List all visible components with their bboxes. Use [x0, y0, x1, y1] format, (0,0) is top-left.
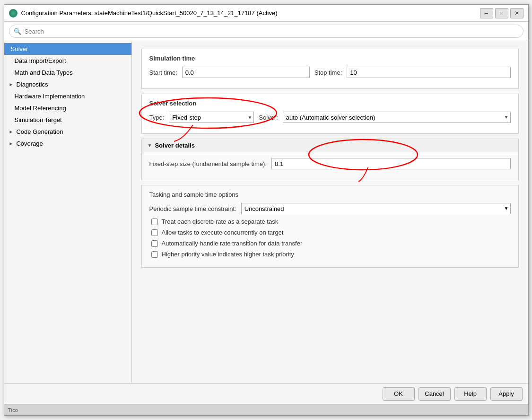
higher-priority-checkbox[interactable]	[151, 251, 158, 258]
sidebar-item-label: Coverage	[16, 140, 43, 147]
search-input[interactable]	[9, 25, 523, 38]
window-controls: – □ ✕	[480, 8, 523, 18]
help-button[interactable]: Help	[454, 387, 487, 401]
solver-select-wrapper: auto (Automatic solver selection) ode1 (…	[283, 112, 511, 123]
sidebar-item-data-import-export[interactable]: Data Import/Export	[4, 55, 131, 67]
type-label: Type:	[149, 114, 165, 121]
periodic-select-wrapper: Unconstrained Specified Ensure sample ti…	[241, 203, 511, 214]
chevron-right-icon: ►	[9, 129, 14, 134]
simulation-time-section: Simulation time Start time: Stop time:	[141, 49, 519, 89]
auto-rate-label: Automatically handle rate transition for…	[162, 240, 303, 247]
window-title: Configuration Parameters: stateMachineTe…	[21, 9, 278, 17]
sidebar-item-label: Data Import/Export	[15, 57, 66, 64]
sidebar-item-label: Diagnostics	[16, 81, 48, 88]
solver-selection-title: Solver selection	[149, 100, 511, 107]
simulation-time-title: Simulation time	[149, 55, 511, 62]
discrete-rate-checkbox[interactable]	[151, 219, 158, 225]
search-bar: 🔍	[4, 22, 528, 41]
checkbox-row-3: Automatically handle rate transition for…	[149, 240, 511, 247]
sidebar-item-diagnostics[interactable]: ► Diagnostics	[4, 79, 131, 90]
solver-select[interactable]: auto (Automatic solver selection) ode1 (…	[283, 112, 511, 123]
discrete-rate-label: Treat each discrete rate as a separate t…	[162, 218, 279, 225]
close-button[interactable]: ✕	[510, 8, 523, 18]
collapse-icon[interactable]: ▼	[148, 143, 152, 148]
main-area: Solver Data Import/Export Math and Data …	[4, 41, 528, 383]
step-size-row: Fixed-step size (fundamental sample time…	[149, 158, 511, 169]
cancel-button[interactable]: Cancel	[419, 387, 451, 401]
step-size-label: Fixed-step size (fundamental sample time…	[149, 160, 267, 167]
sidebar-item-math-data-types[interactable]: Math and Data Types	[4, 67, 131, 79]
sidebar-item-label: Hardware Implementation	[15, 93, 85, 100]
sidebar-item-model-referencing[interactable]: Model Referencing	[4, 102, 131, 114]
bottom-bar: OK Cancel Help Apply	[4, 383, 528, 404]
sidebar-item-hardware-impl[interactable]: Hardware Implementation	[4, 90, 131, 102]
maximize-button[interactable]: □	[495, 8, 508, 18]
content-area: Simulation time Start time: Stop time: S…	[132, 41, 528, 383]
app-icon	[9, 9, 17, 18]
solver-type-row: Type: Fixed-step Variable-step ▼ Solver:…	[149, 112, 511, 123]
chevron-right-icon: ►	[9, 141, 14, 146]
concurrent-label: Allow tasks to execute concurrently on t…	[162, 229, 284, 236]
solver-details-header: ▼ Solver details	[142, 139, 518, 152]
solver-label: Solver:	[259, 114, 278, 121]
solver-details-body: Fixed-step size (fundamental sample time…	[142, 152, 518, 180]
minimize-button[interactable]: –	[480, 8, 493, 18]
type-select-wrapper: Fixed-step Variable-step ▼	[169, 112, 254, 123]
sidebar-item-code-generation[interactable]: ► Code Generation	[4, 126, 131, 138]
tasking-title: Tasking and sample time options	[149, 191, 511, 198]
step-size-input[interactable]	[271, 158, 510, 169]
start-time-input[interactable]	[182, 67, 310, 78]
solver-selection-section: Solver selection Type: Fixed-step Variab…	[141, 94, 519, 134]
ok-button[interactable]: OK	[383, 387, 415, 401]
time-row: Start time: Stop time:	[149, 67, 511, 78]
sidebar-item-label: Simulation Target	[15, 116, 62, 123]
start-time-label: Start time:	[149, 69, 177, 76]
stop-time-label: Stop time:	[314, 69, 342, 76]
sidebar-item-label: Math and Data Types	[15, 69, 73, 76]
sidebar-item-label: Code Generation	[16, 128, 63, 135]
checkbox-row-2: Allow tasks to execute concurrently on t…	[149, 229, 511, 236]
sidebar-item-simulation-target[interactable]: Simulation Target	[4, 114, 131, 126]
type-select[interactable]: Fixed-step Variable-step	[169, 112, 254, 123]
sidebar-item-label: Model Referencing	[15, 105, 66, 112]
taskbar: Ttco	[4, 404, 528, 415]
checkbox-row-4: Higher priority value indicates higher t…	[149, 251, 511, 258]
taskbar-text: Ttco	[8, 407, 18, 413]
periodic-label: Periodic sample time constraint:	[149, 205, 236, 212]
auto-rate-checkbox[interactable]	[151, 240, 158, 247]
sidebar-item-label: Solver	[11, 45, 28, 52]
tasking-section: Tasking and sample time options Periodic…	[141, 185, 519, 268]
solver-details-container: ▼ Solver details Fixed-step size (fundam…	[141, 139, 519, 180]
solver-details-title: Solver details	[155, 142, 195, 149]
checkbox-row-1: Treat each discrete rate as a separate t…	[149, 218, 511, 225]
sidebar-item-coverage[interactable]: ► Coverage	[4, 138, 131, 149]
stop-time-input[interactable]	[347, 67, 510, 78]
sidebar-item-solver[interactable]: Solver	[4, 43, 131, 55]
periodic-select[interactable]: Unconstrained Specified Ensure sample ti…	[241, 203, 511, 214]
apply-button[interactable]: Apply	[490, 387, 523, 401]
chevron-right-icon: ►	[9, 82, 14, 87]
title-bar: Configuration Parameters: stateMachineTe…	[4, 5, 528, 22]
periodic-row: Periodic sample time constraint: Unconst…	[149, 203, 511, 214]
search-icon: 🔍	[14, 28, 21, 35]
sidebar: Solver Data Import/Export Math and Data …	[4, 41, 132, 383]
concurrent-checkbox[interactable]	[151, 229, 158, 236]
higher-priority-label: Higher priority value indicates higher t…	[162, 251, 294, 258]
